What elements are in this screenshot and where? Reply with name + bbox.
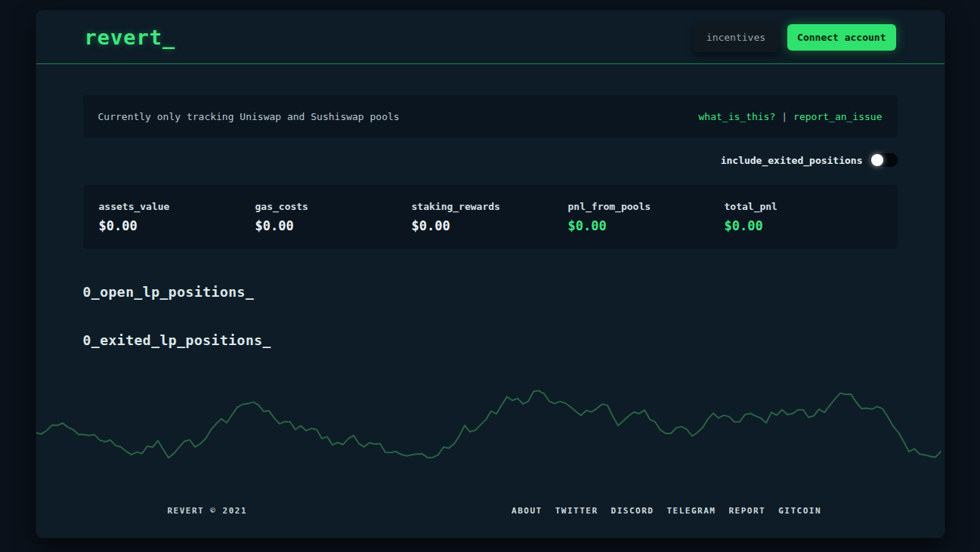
logo: revert_ [85, 26, 176, 49]
toggle-knob [871, 154, 883, 166]
banner-links: what_is_this? | report_an_issue [699, 111, 883, 122]
footer-links: ABOUT TWITTER DISCORD TELEGRAM REPORT GI… [512, 506, 821, 516]
main-content: Currently only tracking Uniswap and Sush… [36, 95, 944, 348]
header-divider [36, 63, 944, 64]
stat-total-pnl: total_pnl $0.00 [725, 201, 881, 233]
header-actions: incentives Connect account [694, 23, 896, 52]
banner-message: Currently only tracking Uniswap and Sush… [98, 111, 400, 122]
stat-label: assets_value [99, 201, 255, 212]
copyright: REVERT © 2021 [168, 506, 248, 516]
report-an-issue-link[interactable]: report_an_issue [793, 111, 882, 122]
footer-link-twitter[interactable]: TWITTER [555, 506, 598, 516]
stat-value: $0.00 [568, 218, 725, 233]
stat-label: total_pnl [725, 201, 881, 212]
stat-value: $0.00 [412, 218, 568, 233]
stat-label: staking_rewards [412, 201, 568, 212]
stat-assets-value: assets_value $0.00 [99, 201, 255, 233]
footer-link-discord[interactable]: DISCORD [611, 506, 654, 516]
stat-gas-costs: gas_costs $0.00 [255, 201, 412, 233]
open-lp-positions-heading: 0_open_lp_positions_ [83, 284, 898, 300]
header: revert_ incentives Connect account [36, 11, 944, 63]
stat-value: $0.00 [99, 218, 255, 233]
info-banner: Currently only tracking Uniswap and Sush… [83, 95, 898, 138]
footer-link-telegram[interactable]: TELEGRAM [666, 506, 716, 516]
footer-link-about[interactable]: ABOUT [512, 506, 543, 516]
toggle-row: include_exited_positions [83, 152, 898, 168]
stat-pnl-from-pools: pnl_from_pools $0.00 [568, 201, 725, 233]
stats-card: assets_value $0.00 gas_costs $0.00 staki… [83, 185, 898, 249]
link-separator: | [781, 111, 787, 122]
exited-lp-positions-heading: 0_exited_lp_positions_ [83, 332, 898, 348]
footer-link-report[interactable]: REPORT [728, 506, 765, 516]
stat-staking-rewards: staking_rewards $0.00 [412, 201, 568, 233]
what-is-this-link[interactable]: what_is_this? [699, 111, 776, 122]
stat-label: gas_costs [255, 201, 412, 212]
connect-account-button[interactable]: Connect account [787, 24, 895, 51]
include-exited-positions-label: include_exited_positions [721, 155, 863, 166]
decorative-chart [36, 381, 944, 468]
stat-value: $0.00 [255, 218, 412, 233]
main-container: revert_ incentives Connect account Curre… [36, 11, 944, 538]
footer-link-gitcoin[interactable]: GITCOIN [778, 506, 821, 516]
include-exited-positions-toggle[interactable] [870, 153, 898, 167]
stat-value: $0.00 [725, 218, 881, 233]
incentives-button[interactable]: incentives [694, 23, 778, 52]
chart-line-svg [36, 381, 944, 468]
footer: REVERT © 2021 ABOUT TWITTER DISCORD TELE… [36, 506, 944, 516]
stat-label: pnl_from_pools [568, 201, 725, 212]
